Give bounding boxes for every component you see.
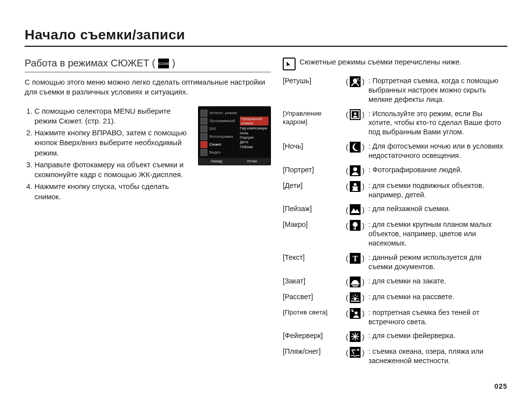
lcd-submenu-selected: Прекрасный снимок [240, 117, 268, 126]
paren-close: ) [362, 77, 365, 87]
sunset-icon [350, 277, 361, 287]
lcd-submenu-item: Пейзаж [240, 145, 268, 149]
camera-lcd-preview: Интелл. режим Программный DIS Фотосправк… [198, 106, 271, 165]
lcd-submenu-item: Портрет [240, 135, 268, 140]
paren-close: ) [362, 308, 365, 318]
paren-close: ) [362, 166, 365, 176]
section-heading-row: Работа в режимах СЮЖЕТ ( SCENE ) [25, 58, 271, 72]
scene-mode-label: [Против света] [283, 308, 346, 317]
svg-line-25 [351, 309, 352, 310]
scene-mode-label: [Текст] [283, 253, 346, 262]
scene-mode-description: : Для фотосъемки ночью или в условиях не… [368, 142, 507, 160]
svg-point-26 [355, 311, 358, 314]
scene-mode-label: [Ретушь] [283, 76, 346, 86]
backlight-icon [350, 308, 361, 319]
scene-mode-label: [Дети] [283, 181, 346, 190]
scene-mode-row: [Пейзаж]() : для пейзажной съемки. [283, 204, 507, 215]
paren-open: ( [346, 182, 348, 191]
two-column-layout: Работа в режимах СЮЖЕТ ( SCENE ) С помощ… [25, 58, 507, 370]
step-list: С помощью селектора MENU выберите режим … [25, 106, 192, 204]
svg-point-8 [354, 183, 357, 186]
svg-point-2 [353, 79, 358, 83]
svg-point-22 [352, 310, 354, 312]
svg-text:SCENE: SCENE [158, 62, 169, 65]
scene-mode-icon-cell: () [346, 347, 368, 358]
lcd-menu-item: Видео [200, 149, 268, 156]
beach-icon [350, 347, 361, 358]
lcd-item-label: Фотосправка [209, 134, 233, 139]
step-item: Нажмите кнопку спуска, чтобы сделать сни… [34, 182, 192, 202]
night-icon [350, 142, 361, 153]
scene-mode-icon-cell: () [346, 165, 368, 176]
scene-mode-description: : данный режим используется для съемки д… [368, 253, 507, 272]
paren-close: ) [362, 221, 365, 231]
scene-mode-description: : для съемки на закате. [368, 277, 507, 286]
svg-text:T: T [353, 254, 358, 263]
right-column: Сюжетные режимы съемки перечислены ниже.… [283, 58, 507, 370]
scene-mode-label: [Портрет] [283, 165, 346, 175]
scene-mode-description: : для съемки на рассвете. [368, 292, 507, 302]
paren-close: ) [362, 182, 365, 191]
scene-mode-row: [Против света]() : портретная съемка без… [283, 308, 507, 327]
scene-mode-row: [Портрет]() : Фотографирование людей. [283, 165, 507, 176]
steps-with-lcd: С помощью селектора MENU выберите режим … [25, 106, 271, 204]
text-icon: T [350, 253, 361, 264]
svg-point-31 [354, 336, 356, 338]
scene-mode-label: [Ночь] [283, 142, 346, 151]
scene-mode-label: [Пляж/снег] [283, 347, 346, 356]
svg-point-3 [358, 78, 359, 80]
retouch-icon [350, 76, 361, 87]
scene-mode-icon-cell: () [346, 204, 368, 215]
paren-close: ) [362, 142, 365, 152]
scene-mode-description: : для пейзажной съемки. [368, 204, 507, 214]
paren-close: ) [362, 110, 365, 120]
manual-page: Начало съемки/записи Работа в режимах СЮ… [0, 0, 532, 401]
svg-point-32 [357, 349, 359, 351]
firework-icon [350, 331, 361, 342]
scene-mode-label: [Макро] [283, 220, 346, 229]
lcd-menu-item: Интелл. режим [200, 110, 268, 117]
svg-point-7 [353, 167, 357, 171]
note-icon [283, 58, 296, 70]
scene-mode-row: [Пляж/снег]() : съемка океана, озера, пл… [283, 347, 507, 366]
scene-mode-icon: SCENE [158, 59, 169, 68]
paren-close: ) [362, 332, 365, 342]
section-heading-pre: Работа в режимах СЮЖЕТ ( [25, 58, 155, 69]
section-heading-post: ) [172, 58, 175, 69]
scene-mode-description: : Фотографирование людей. [368, 165, 507, 175]
scene-mode-icon-cell: (T) [346, 253, 368, 264]
scene-mode-label: [Пейзаж] [283, 204, 346, 214]
scene-mode-row: [Закат]() : для съемки на закате. [283, 277, 507, 287]
lcd-set-label: Устан. [247, 159, 258, 163]
page-number: 025 [495, 382, 507, 390]
scene-mode-icon-cell: () [346, 308, 368, 319]
svg-point-4 [359, 80, 360, 81]
paren-open: ( [346, 332, 348, 342]
scene-mode-description: : для съемки фейерверка. [368, 331, 507, 340]
scene-mode-icon-cell: () [346, 220, 368, 231]
lcd-item-label: Сюжет [209, 142, 222, 147]
svg-rect-13 [352, 285, 359, 286]
scene-mode-row: [Рассвет]() : для съемки на рассвете. [283, 292, 507, 303]
scene-mode-label: [Закат] [283, 277, 346, 286]
lcd-item-glyph-icon [200, 110, 207, 117]
paren-open: ( [346, 293, 348, 303]
scene-mode-description: : съемка океана, озера, пляжа или заснеж… [368, 347, 507, 366]
step-item: Нажмите кнопку ВПРАВО, затем с помощью к… [34, 128, 192, 158]
paren-open: ( [346, 348, 348, 358]
lcd-item-label: DIS [209, 126, 216, 131]
paren-open: ( [346, 142, 348, 152]
scene-mode-icon-cell: () [346, 277, 368, 287]
note-row: Сюжетные режимы съемки перечислены ниже. [283, 58, 507, 70]
lcd-bottom-bar: Назад Устан. [199, 158, 270, 165]
paren-close: ) [362, 277, 365, 287]
frame-icon [350, 109, 361, 120]
paren-open: ( [346, 253, 348, 263]
dawn-icon [350, 292, 361, 303]
scene-mode-icon-cell: () [346, 292, 368, 303]
scene-mode-description: : портретная съемка без теней от встречн… [368, 308, 507, 327]
scene-mode-label: [Фейерверк] [283, 331, 346, 340]
scene-mode-description: : для съемки крупным планом малых объект… [368, 220, 507, 248]
scene-mode-table: [Ретушь]() : Портретная съемка, когда с … [283, 76, 507, 366]
lcd-submenu-item: Ночь [240, 131, 268, 135]
